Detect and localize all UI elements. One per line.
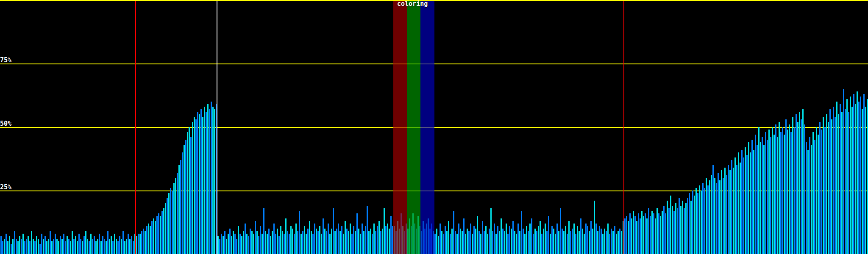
bar — [858, 102, 860, 254]
bar — [562, 229, 563, 254]
bar — [704, 188, 705, 254]
coloring-label: coloring — [397, 0, 428, 7]
bar — [336, 229, 337, 254]
bar — [280, 226, 281, 254]
bar — [199, 114, 200, 254]
bar — [740, 163, 741, 254]
bar — [31, 231, 32, 254]
bar — [746, 155, 748, 254]
bar — [251, 231, 253, 254]
bar — [341, 226, 342, 254]
bar — [22, 234, 24, 254]
bar — [61, 239, 63, 254]
bar — [99, 234, 100, 254]
bar — [650, 216, 651, 254]
bar — [653, 213, 654, 254]
bar — [356, 213, 358, 254]
bar — [599, 226, 600, 254]
bar — [802, 109, 804, 254]
monitor-graph: 75%50%25% coloring — [0, 0, 868, 254]
bar — [39, 244, 41, 254]
bar — [329, 234, 331, 254]
bar — [440, 224, 441, 254]
bar — [480, 234, 481, 254]
bar — [582, 229, 583, 254]
bar — [438, 236, 439, 254]
bar — [297, 231, 298, 254]
bar — [612, 231, 614, 254]
bar — [272, 231, 273, 254]
bar — [384, 208, 385, 254]
bar — [146, 226, 147, 254]
bar — [323, 218, 324, 254]
bar — [767, 140, 768, 254]
bar — [217, 236, 219, 254]
bar — [378, 221, 380, 254]
bar — [572, 229, 573, 254]
bar — [260, 226, 261, 254]
bar — [521, 211, 522, 254]
bar — [531, 218, 532, 254]
bar — [228, 234, 229, 254]
bar — [512, 221, 514, 254]
bar — [614, 226, 615, 254]
bar — [145, 231, 146, 254]
bar — [195, 119, 197, 254]
bar — [718, 173, 719, 254]
bar — [773, 135, 775, 254]
bar — [161, 211, 163, 254]
bar — [643, 216, 644, 254]
bar — [182, 152, 183, 254]
bar — [668, 208, 670, 254]
bar — [7, 241, 8, 254]
bar — [816, 127, 817, 254]
bar — [119, 236, 120, 254]
bar — [236, 239, 237, 254]
bar — [326, 231, 327, 254]
bar — [772, 127, 773, 254]
bar — [836, 102, 837, 254]
bar — [350, 224, 351, 254]
bar — [748, 142, 749, 254]
bar — [743, 157, 744, 254]
bar — [175, 178, 176, 254]
bar — [551, 226, 553, 254]
bar — [675, 203, 676, 254]
bar — [55, 234, 56, 254]
bar — [755, 135, 756, 254]
axis-label-75: 75% — [0, 57, 11, 64]
bar — [663, 206, 665, 254]
bar — [141, 231, 142, 254]
bar — [373, 224, 375, 254]
bar — [862, 109, 863, 254]
bar — [711, 175, 712, 254]
bar — [41, 234, 42, 254]
bar — [721, 170, 722, 254]
bar — [168, 193, 170, 254]
bar — [751, 140, 753, 254]
bar — [333, 208, 334, 254]
bar — [172, 190, 173, 254]
bar — [204, 107, 205, 254]
bar — [24, 241, 25, 254]
bar — [462, 231, 463, 254]
bar — [587, 226, 588, 254]
bar — [828, 122, 829, 254]
bar — [226, 239, 227, 254]
bar — [107, 231, 108, 254]
red-marker-line-2 — [623, 1, 624, 254]
bar — [458, 224, 459, 254]
bar — [0, 236, 2, 254]
bar — [811, 145, 812, 254]
bar — [504, 231, 505, 254]
bar — [207, 104, 209, 254]
bar — [556, 224, 558, 254]
bar — [665, 213, 666, 254]
bar — [187, 132, 188, 254]
bar — [436, 229, 437, 254]
bar — [492, 231, 493, 254]
bar — [516, 234, 517, 254]
bar — [56, 239, 58, 254]
bar — [43, 239, 44, 254]
bar — [585, 224, 587, 254]
